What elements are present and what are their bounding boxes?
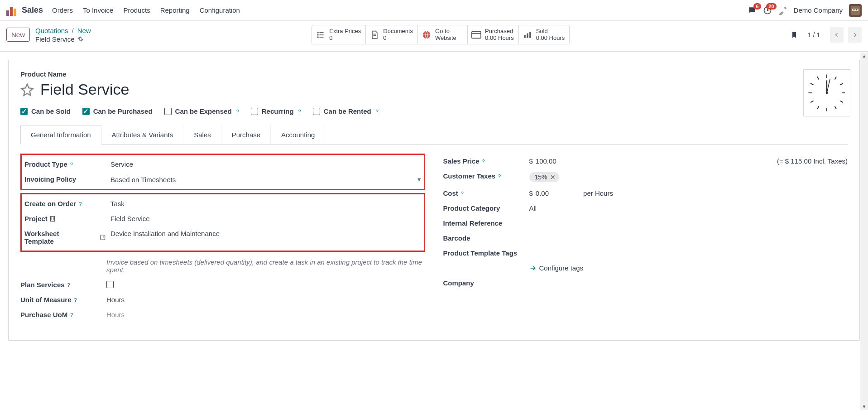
help-icon[interactable]: ? bbox=[298, 109, 301, 114]
product-type-value[interactable]: Service bbox=[110, 160, 421, 168]
left-column: Product Type? Service Invoicing Policy B… bbox=[20, 154, 425, 322]
tab-attributes-variants[interactable]: Attributes & Variants bbox=[101, 125, 184, 144]
help-icon[interactable]: ? bbox=[70, 312, 73, 318]
sales-price-input[interactable]: 100.00 bbox=[536, 157, 556, 165]
svg-rect-16 bbox=[524, 35, 525, 38]
svg-rect-18 bbox=[529, 32, 531, 38]
company-switcher[interactable]: Demo Company bbox=[794, 6, 843, 14]
chevron-down-icon: ▾ bbox=[417, 175, 421, 183]
gear-icon[interactable] bbox=[77, 36, 84, 42]
favorite-star-icon[interactable] bbox=[20, 83, 34, 96]
svg-line-27 bbox=[817, 106, 819, 109]
product-title[interactable]: Field Service bbox=[40, 81, 129, 98]
scrollbar[interactable]: ▲ ▼ bbox=[860, 53, 868, 409]
nav-reporting[interactable]: Reporting bbox=[160, 6, 190, 14]
pager-prev-button[interactable] bbox=[830, 27, 844, 43]
user-avatar[interactable] bbox=[849, 4, 862, 17]
breadcrumb-sep: / bbox=[72, 27, 74, 34]
check-recurring[interactable]: Recurring? bbox=[251, 107, 301, 115]
chevron-right-icon bbox=[852, 32, 858, 38]
tab-sales[interactable]: Sales bbox=[183, 125, 221, 144]
product-image[interactable] bbox=[803, 69, 850, 116]
svg-line-25 bbox=[834, 106, 836, 109]
sales-price-incl: (= $ 115.00 Incl. Taxes) bbox=[777, 157, 848, 165]
svg-line-30 bbox=[810, 101, 813, 102]
field-worksheet-template: Worksheet Template Device Installation a… bbox=[24, 226, 421, 249]
clock-image-icon bbox=[806, 72, 848, 114]
pager-text[interactable]: 1 / 1 bbox=[808, 31, 820, 39]
close-icon[interactable]: ✕ bbox=[550, 174, 556, 181]
messages-button[interactable]: 6 bbox=[748, 6, 757, 15]
invoicing-policy-select[interactable]: Based on Timesheets ▾ bbox=[110, 175, 421, 183]
help-icon[interactable]: ? bbox=[461, 191, 464, 196]
breadcrumb-sub: Field Service bbox=[35, 35, 75, 43]
stat-extra-prices[interactable]: Extra Prices0 bbox=[312, 25, 366, 45]
svg-line-26 bbox=[834, 77, 836, 79]
svg-point-9 bbox=[318, 37, 319, 38]
scroll-up-icon[interactable]: ▲ bbox=[861, 53, 868, 59]
stat-sold[interactable]: Sold0.00 Hours bbox=[519, 25, 570, 45]
pager: 1 / 1 bbox=[791, 27, 862, 43]
help-icon[interactable]: ? bbox=[79, 201, 82, 207]
activities-button[interactable]: 20 bbox=[763, 6, 772, 15]
nav-to-invoice[interactable]: To Invoice bbox=[83, 6, 114, 14]
check-can-be-purchased[interactable]: ✓Can be Purchased bbox=[82, 107, 153, 115]
stat-purchased[interactable]: Purchased0.00 Hours bbox=[468, 25, 519, 45]
project-value[interactable]: Field Service bbox=[110, 215, 421, 222]
breadcrumb: Quotations / New Field Service bbox=[35, 27, 91, 43]
bookmark-icon[interactable] bbox=[791, 30, 798, 39]
stat-buttons: Extra Prices0 Documents0 Go toWebsite Pu… bbox=[312, 25, 570, 45]
help-icon[interactable]: ? bbox=[70, 162, 73, 167]
puom-value[interactable]: Hours bbox=[106, 311, 425, 318]
pager-next-button[interactable] bbox=[848, 27, 862, 43]
help-icon[interactable]: ? bbox=[498, 174, 501, 179]
help-icon[interactable]: ? bbox=[67, 282, 70, 288]
stat-go-to-website[interactable]: Go toWebsite bbox=[418, 25, 468, 45]
scroll-down-icon[interactable]: ▼ bbox=[861, 403, 868, 409]
field-internal-reference: Internal Reference bbox=[443, 216, 848, 231]
help-icon[interactable]: ? bbox=[376, 109, 379, 114]
globe-icon bbox=[422, 30, 431, 39]
card-icon bbox=[471, 31, 481, 39]
new-button[interactable]: New bbox=[6, 28, 30, 42]
field-cost: Cost? $ 0.00 per Hours bbox=[443, 186, 848, 201]
field-unit-of-measure: Unit of Measure? Hours bbox=[20, 292, 425, 307]
option-checks: ✓Can be Sold ✓Can be Purchased Can be Ex… bbox=[20, 107, 848, 115]
help-icon[interactable]: ? bbox=[236, 109, 239, 114]
svg-rect-17 bbox=[527, 33, 528, 38]
help-icon[interactable]: ? bbox=[74, 297, 77, 303]
activities-badge: 20 bbox=[766, 3, 776, 10]
field-configure-tags: Configure tags bbox=[443, 260, 848, 275]
field-company: Company bbox=[443, 275, 848, 290]
tab-general-information[interactable]: General Information bbox=[20, 125, 101, 145]
top-right: 6 20 Demo Company bbox=[748, 4, 862, 17]
field-invoicing-policy: Invoicing Policy Based on Timesheets ▾ bbox=[24, 172, 421, 187]
check-can-be-rented[interactable]: Can be Rented? bbox=[313, 107, 379, 115]
tax-tag[interactable]: 15% ✕ bbox=[529, 172, 559, 182]
nav-configuration[interactable]: Configuration bbox=[200, 6, 240, 14]
plan-services-checkbox[interactable] bbox=[106, 281, 114, 288]
help-icon[interactable]: ? bbox=[482, 159, 485, 164]
tab-purchase[interactable]: Purchase bbox=[221, 125, 271, 144]
tab-accounting[interactable]: Accounting bbox=[271, 125, 325, 144]
svg-line-24 bbox=[817, 77, 819, 79]
app-title[interactable]: Sales bbox=[22, 5, 43, 15]
configure-tags-link[interactable]: Configure tags bbox=[529, 264, 848, 272]
arrow-right-icon bbox=[529, 265, 537, 272]
worksheet-template-value[interactable]: Device Installation and Maintenance bbox=[110, 230, 421, 237]
wrench-icon[interactable] bbox=[778, 6, 787, 15]
create-on-order-value[interactable]: Task bbox=[110, 200, 421, 207]
cost-unit: per Hours bbox=[583, 189, 613, 197]
check-can-be-sold[interactable]: ✓Can be Sold bbox=[20, 107, 71, 115]
product-name-label: Product Name bbox=[20, 70, 848, 78]
category-value[interactable]: All bbox=[529, 204, 848, 212]
cost-input[interactable]: 0.00 bbox=[536, 189, 549, 197]
stat-documents[interactable]: Documents0 bbox=[366, 25, 418, 45]
nav-products[interactable]: Products bbox=[123, 6, 150, 14]
nav-orders[interactable]: Orders bbox=[52, 6, 73, 14]
form-view: Product Name Field Service ✓Can be Sold … bbox=[0, 52, 868, 409]
uom-value[interactable]: Hours bbox=[106, 296, 425, 304]
check-can-be-expensed[interactable]: Can be Expensed? bbox=[164, 107, 239, 115]
breadcrumb-quotations[interactable]: Quotations bbox=[35, 27, 68, 34]
app-logo-icon[interactable] bbox=[6, 5, 17, 16]
